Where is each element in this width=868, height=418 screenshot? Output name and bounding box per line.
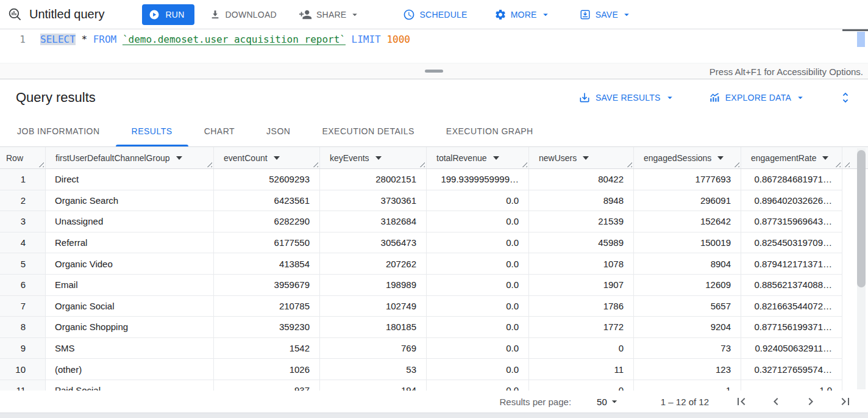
arrow-drop-down-icon: [608, 395, 621, 408]
vertical-scrollbar[interactable]: [857, 148, 866, 389]
vertical-scrollbar-thumb[interactable]: [857, 150, 866, 287]
cell-newUsers: 8948: [529, 190, 634, 211]
splitter-drag-handle[interactable]: [425, 70, 443, 73]
cell-totalRevenue: 199.9399959999…: [427, 169, 529, 190]
person-add-icon: [299, 8, 312, 21]
previous-page-button[interactable]: [768, 394, 784, 409]
cell-engagementRate: 1.0: [741, 380, 842, 391]
chevron-down-icon: [795, 92, 806, 103]
column-header-engagementRate[interactable]: engagementRate: [741, 147, 842, 168]
cell-engagedSessions: 1777693: [634, 169, 741, 190]
cell-eventCount: 6282290: [214, 211, 320, 232]
column-header-engagedSessions[interactable]: engagedSessions: [634, 147, 741, 168]
cell-newUsers: 80422: [529, 169, 634, 190]
column-resize-grip[interactable]: [843, 160, 850, 167]
column-menu-caret-icon[interactable]: [717, 156, 724, 160]
save-results-button[interactable]: SAVE RESULTS: [578, 92, 675, 104]
tab-results[interactable]: RESULTS: [116, 115, 188, 146]
cell-newUsers: 11: [529, 359, 634, 380]
column-label: engagedSessions: [644, 153, 711, 163]
cell-totalRevenue: 0.0: [427, 211, 529, 232]
cell-engagementRate: 0.877315969643…: [741, 211, 842, 232]
row-number-cell: 11: [0, 380, 46, 391]
column-label: newUsers: [539, 153, 577, 163]
column-resize-grip[interactable]: [521, 160, 527, 167]
cell-engagedSessions: 123: [634, 359, 741, 380]
next-page-button[interactable]: [803, 394, 819, 409]
cell-firstUserDefaultChannelGroup: Organic Search: [46, 190, 214, 211]
column-header-eventCount[interactable]: eventCount: [214, 147, 320, 168]
chevron-down-icon: [621, 9, 632, 20]
table-row: 8Organic Shopping3592301801850.017729204…: [0, 317, 842, 338]
schedule-button[interactable]: SCHEDULE: [396, 4, 474, 26]
page-size-select[interactable]: 50: [597, 395, 621, 408]
tab-execution-details[interactable]: EXECUTION DETAILS: [306, 115, 430, 146]
cell-engagedSessions: 150019: [634, 232, 741, 253]
download-button-label: DOWNLOAD: [226, 10, 277, 20]
share-button[interactable]: SHARE: [291, 4, 368, 26]
column-resize-grip[interactable]: [311, 160, 318, 167]
sql-editor[interactable]: 1 SELECT * FROM `demo.demoset.user_acqui…: [0, 29, 868, 63]
column-menu-caret-icon[interactable]: [493, 156, 499, 160]
sql-token-keyword: LIMIT: [352, 34, 381, 45]
column-menu-caret-icon[interactable]: [274, 156, 280, 160]
pagination-range: 1 – 12 of 12: [661, 397, 709, 407]
cell-totalRevenue: 0.0: [427, 338, 529, 359]
run-button-label: RUN: [165, 10, 184, 20]
column-resize-grip[interactable]: [625, 160, 632, 167]
chevron-down-icon: [540, 9, 551, 20]
cell-keyEvents: 3056473: [320, 232, 427, 253]
column-resize-grip[interactable]: [834, 160, 841, 167]
cell-keyEvents: 102749: [320, 296, 427, 317]
more-button[interactable]: MORE: [487, 4, 558, 26]
column-label: totalRevenue: [436, 153, 487, 163]
run-button[interactable]: RUN: [142, 4, 194, 25]
save-button[interactable]: SAVE: [572, 4, 639, 26]
cell-engagementRate: 0.825450319709…: [741, 232, 842, 253]
horizontal-scrollbar[interactable]: [0, 413, 868, 418]
column-menu-caret-icon[interactable]: [176, 156, 182, 160]
column-resize-grip[interactable]: [37, 160, 44, 167]
cell-firstUserDefaultChannelGroup: Organic Social: [46, 296, 214, 317]
tab-job-information[interactable]: JOB INFORMATION: [1, 115, 116, 146]
query-results-header: Query results SAVE RESULTS EXPLORE DATA: [0, 79, 868, 115]
cell-eventCount: 937: [214, 380, 320, 391]
cell-totalRevenue: 0.0: [427, 275, 529, 295]
cell-eventCount: 1542: [214, 338, 320, 359]
sql-token-keyword: SELECT: [40, 34, 76, 45]
column-resize-grip[interactable]: [418, 160, 425, 167]
column-menu-caret-icon[interactable]: [822, 156, 828, 160]
column-menu-caret-icon[interactable]: [375, 156, 382, 160]
sql-token-plain: [76, 34, 82, 45]
download-button[interactable]: DOWNLOAD: [202, 4, 284, 26]
column-menu-caret-icon[interactable]: [583, 156, 589, 160]
collapse-panel-button[interactable]: [839, 91, 852, 104]
column-resize-grip[interactable]: [205, 160, 212, 167]
column-resize-grip[interactable]: [733, 160, 739, 167]
column-label: Row: [6, 153, 23, 163]
column-header-keyEvents[interactable]: keyEvents: [320, 147, 427, 168]
explore-data-button[interactable]: EXPLORE DATA: [708, 92, 806, 104]
accessibility-hint: Press Alt+F1 for Accessibility Options.: [710, 66, 863, 76]
cell-engagedSessions: 8904: [634, 253, 741, 274]
column-header-totalRevenue[interactable]: totalRevenue: [427, 147, 529, 168]
cell-newUsers: 1078: [529, 253, 634, 274]
cell-engagedSessions: 12609: [634, 275, 741, 295]
cell-keyEvents: 769: [320, 338, 427, 359]
line-number: 1: [0, 29, 34, 63]
tab-chart[interactable]: CHART: [188, 115, 251, 146]
panel-splitter: Press Alt+F1 for Accessibility Options.: [0, 63, 868, 79]
sql-code-line[interactable]: SELECT * FROM `demo.demoset.user_acquisi…: [40, 29, 410, 63]
column-header-Row[interactable]: Row: [0, 147, 46, 168]
last-page-button[interactable]: [838, 394, 853, 409]
tab-execution-graph[interactable]: EXECUTION GRAPH: [430, 115, 549, 146]
first-page-button[interactable]: [733, 394, 749, 409]
row-number-cell: 5: [0, 253, 46, 274]
column-header-firstUserDefaultChannelGroup[interactable]: firstUserDefaultChannelGroup: [46, 147, 214, 168]
tab-json[interactable]: JSON: [251, 115, 306, 146]
column-header-newUsers[interactable]: newUsers: [529, 147, 634, 168]
cell-engagementRate: 0.821663544072…: [741, 296, 842, 317]
editor-scrollbar-thumb[interactable]: [857, 32, 865, 47]
cell-keyEvents: 194: [320, 380, 427, 391]
cell-totalRevenue: 0.0: [427, 317, 529, 337]
